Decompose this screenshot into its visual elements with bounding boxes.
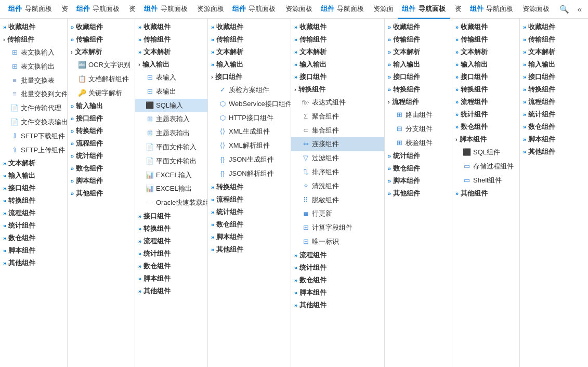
- section-text-7[interactable]: » 文本解析: [452, 46, 519, 58]
- item-clean[interactable]: ✧ 清洗组件: [291, 179, 384, 193]
- section-script-6[interactable]: » 脚本组件: [385, 175, 452, 187]
- section-dw-1[interactable]: » 数仓组件: [0, 232, 67, 244]
- item-table-out[interactable]: ⊞ 表文换输出: [0, 60, 67, 74]
- nav-tab-7[interactable]: 组件 导航面板: [228, 0, 280, 19]
- section-favorites-4[interactable]: » 收藏组件: [208, 21, 291, 33]
- section-script-4[interactable]: » 脚本组件: [208, 231, 291, 243]
- item-webservice[interactable]: ⬡ WebService接口组件: [208, 97, 291, 111]
- section-favorites-3[interactable]: » 收藏组件: [135, 21, 207, 33]
- nav-tab-13[interactable]: 组件 导航面板: [466, 0, 518, 19]
- nav-tab-5[interactable]: 组件 导航面板: [140, 0, 192, 19]
- section-flow-3[interactable]: » 流程组件: [135, 235, 207, 247]
- item-aggregate[interactable]: Σ 聚合组件: [291, 110, 384, 124]
- nav-tab-12[interactable]: 资: [450, 0, 466, 19]
- section-dw-8[interactable]: » 数仓组件: [520, 121, 588, 133]
- section-transform-4[interactable]: » 转换组件: [208, 181, 291, 193]
- item-sql-in[interactable]: ⬛ SQL输入: [135, 99, 207, 113]
- section-transfer-1[interactable]: › 传输组件: [0, 33, 67, 46]
- item-xml-parse[interactable]: ⟨⟩ XML解析组件: [208, 139, 291, 153]
- item-route[interactable]: ⊞ 路由组件: [385, 108, 452, 122]
- section-dw-4[interactable]: » 数仓组件: [208, 218, 291, 231]
- section-other-6[interactable]: » 其他组件: [385, 187, 452, 200]
- section-api-4[interactable]: › 接口组件: [208, 71, 291, 83]
- item-json-gen[interactable]: {} JSON生成组件: [208, 153, 291, 167]
- section-script-8[interactable]: » 脚本组件: [520, 133, 588, 146]
- nav-tab-14[interactable]: 资源面板: [517, 0, 554, 19]
- section-script-7[interactable]: › 脚本组件: [452, 133, 519, 146]
- section-io-7[interactable]: » 输入输出: [452, 58, 519, 71]
- section-transfer-3[interactable]: » 传输组件: [135, 33, 207, 46]
- section-api-7[interactable]: » 接口组件: [452, 71, 519, 83]
- section-flow-1[interactable]: » 流程组件: [0, 207, 67, 219]
- section-api-1[interactable]: » 接口组件: [0, 182, 67, 194]
- search-icon[interactable]: 🔍: [557, 4, 571, 15]
- section-api-2[interactable]: » 接口组件: [68, 112, 135, 125]
- section-transfer-7[interactable]: » 传输组件: [452, 33, 519, 46]
- item-unique-id[interactable]: ⊟ 唯一标识: [291, 235, 384, 249]
- section-other-3[interactable]: » 其他组件: [135, 285, 207, 297]
- nav-tab-9[interactable]: 组件 导航面板: [317, 0, 369, 19]
- section-favorites-2[interactable]: » 收藏组件: [68, 21, 135, 33]
- section-transform-8[interactable]: » 转换组件: [520, 83, 588, 96]
- item-filter[interactable]: ▽ 过滤组件: [291, 151, 384, 165]
- section-transfer-5[interactable]: » 传输组件: [291, 33, 384, 46]
- item-file-out[interactable]: 📄 文件交换表输出: [0, 115, 67, 129]
- item-topic-in[interactable]: ⊞ 主题表输入: [135, 112, 207, 126]
- item-collect[interactable]: ⊂ 集合组件: [291, 124, 384, 138]
- item-connect[interactable]: ⇔ 连接组件: [291, 137, 384, 151]
- item-batch-file[interactable]: ≡ 批量交换到文件: [0, 87, 67, 101]
- section-flow-7[interactable]: » 流程组件: [452, 96, 519, 108]
- section-dw-5[interactable]: » 数仓组件: [291, 274, 384, 286]
- section-dw-6[interactable]: » 数仓组件: [385, 162, 452, 175]
- section-script-3[interactable]: » 脚本组件: [135, 272, 207, 285]
- section-transfer-8[interactable]: » 传输组件: [520, 33, 588, 46]
- section-text-3[interactable]: » 文本解析: [135, 46, 207, 58]
- section-transform-5[interactable]: › 转换组件: [291, 83, 384, 96]
- section-favorites-8[interactable]: » 收藏组件: [520, 21, 588, 33]
- section-script-2[interactable]: » 脚本组件: [68, 175, 135, 187]
- section-transform-6[interactable]: » 转换组件: [385, 83, 452, 96]
- section-transform-2[interactable]: » 转换组件: [68, 125, 135, 137]
- item-xml-gen[interactable]: ⟨⟩ XML生成组件: [208, 125, 291, 139]
- section-flow-4[interactable]: » 流程组件: [208, 193, 291, 206]
- section-dw-2[interactable]: » 数仓组件: [68, 162, 135, 175]
- section-io-1[interactable]: » 输入输出: [0, 169, 67, 182]
- section-text-2[interactable]: › 文本解析: [68, 46, 135, 58]
- item-flat-out[interactable]: 📄 平面文件输出: [135, 154, 207, 168]
- item-table-in[interactable]: ⊞ 表文换输入: [0, 46, 67, 60]
- item-formula[interactable]: fix· 表达式组件: [291, 96, 384, 110]
- section-transfer-4[interactable]: » 传输组件: [208, 33, 291, 46]
- item-desensitize[interactable]: ⠿ 脱敏组件: [291, 193, 384, 207]
- section-dw-7[interactable]: » 数仓组件: [452, 121, 519, 133]
- section-other-2[interactable]: » 其他组件: [68, 187, 135, 200]
- collapse-icon[interactable]: «: [576, 4, 584, 15]
- nav-tab-4[interactable]: 资: [124, 0, 140, 19]
- section-flow-6[interactable]: › 流程组件: [385, 96, 452, 108]
- nav-tab-1[interactable]: 组件 导航面板: [4, 0, 56, 19]
- section-other-1[interactable]: » 其他组件: [0, 257, 67, 269]
- section-text-4[interactable]: » 文本解析: [208, 46, 291, 58]
- item-calc-field[interactable]: ⊞ 计算字段组件: [291, 221, 384, 235]
- item-file-agent[interactable]: 📄 文件传输代理: [0, 101, 67, 115]
- section-stat-2[interactable]: » 统计组件: [68, 150, 135, 162]
- item-json-parse[interactable]: {} JSON解析组件: [208, 167, 291, 181]
- section-stat-3[interactable]: » 统计组件: [135, 247, 207, 260]
- section-script-1[interactable]: » 脚本组件: [0, 244, 67, 257]
- item-batch-table[interactable]: ≡ 批量交换表: [0, 74, 67, 88]
- section-io-6[interactable]: » 输入输出: [385, 58, 452, 71]
- section-dw-3[interactable]: » 数仓组件: [135, 260, 207, 272]
- item-tbl-out[interactable]: ⊞ 表输出: [135, 85, 207, 99]
- item-quality[interactable]: ✓ 质检方案组件: [208, 83, 291, 97]
- item-keyword[interactable]: 🔑 关键字解析: [68, 86, 135, 100]
- item-branch[interactable]: ⊟ 分支组件: [385, 122, 452, 136]
- item-validate[interactable]: ⊞ 校验组件: [385, 136, 452, 150]
- section-io-4[interactable]: » 输入输出: [208, 58, 291, 71]
- section-text-1[interactable]: » 文本解析: [0, 157, 67, 169]
- section-favorites-5[interactable]: » 收藏组件: [291, 21, 384, 33]
- section-other-5[interactable]: » 其他组件: [291, 299, 384, 311]
- section-transform-1[interactable]: » 转换组件: [0, 194, 67, 207]
- section-flow-2[interactable]: » 流程组件: [68, 137, 135, 150]
- section-text-6[interactable]: » 文本解析: [385, 46, 452, 58]
- section-other-8[interactable]: » 其他组件: [520, 146, 588, 158]
- section-api-6[interactable]: » 接口组件: [385, 71, 452, 83]
